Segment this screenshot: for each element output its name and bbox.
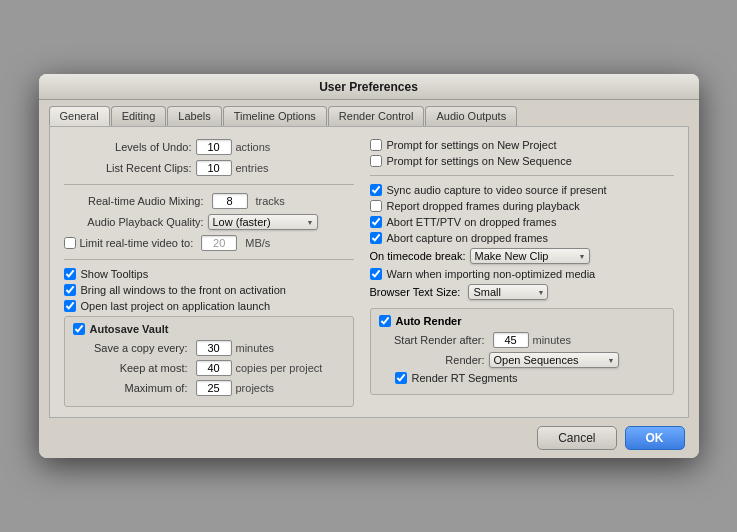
- tab-editing[interactable]: Editing: [111, 106, 167, 126]
- browser-text-row: Browser Text Size: Small Medium Large: [370, 284, 674, 300]
- browser-text-label: Browser Text Size:: [370, 286, 461, 298]
- sync-audio-label: Sync audio capture to video source if pr…: [387, 184, 607, 196]
- maximum-input[interactable]: [196, 380, 232, 396]
- prompt-new-project-checkbox[interactable]: [370, 139, 382, 151]
- audio-playback-select-wrap: Low (faster) Medium High: [208, 214, 318, 230]
- report-dropped-row: Report dropped frames during playback: [370, 200, 674, 212]
- start-render-label: Start Render after:: [379, 334, 489, 346]
- tab-render-control[interactable]: Render Control: [328, 106, 425, 126]
- autosave-checkbox[interactable]: [73, 323, 85, 335]
- render-rt-row: Render RT Segments: [395, 372, 665, 384]
- limit-realtime-input[interactable]: [201, 235, 237, 251]
- autosave-title-label: Autosave Vault: [90, 323, 169, 335]
- save-copy-row: Save a copy every: minutes: [73, 340, 345, 356]
- limit-realtime-label: Limit real-time video to:: [80, 237, 194, 249]
- render-rt-checkbox[interactable]: [395, 372, 407, 384]
- keep-at-most-label: Keep at most:: [77, 362, 192, 374]
- autosave-title-row: Autosave Vault: [73, 323, 345, 335]
- left-column: Levels of Undo: actions List Recent Clip…: [64, 139, 354, 407]
- abort-ett-row: Abort ETT/PTV on dropped frames: [370, 216, 674, 228]
- abort-capture-checkbox[interactable]: [370, 232, 382, 244]
- list-recent-clips-input[interactable]: [196, 160, 232, 176]
- realtime-audio-input[interactable]: [212, 193, 248, 209]
- window-title: User Preferences: [319, 80, 418, 94]
- show-tooltips-row: Show Tooltips: [64, 268, 354, 280]
- prompt-new-project-row: Prompt for settings on New Project: [370, 139, 674, 151]
- content-area: Levels of Undo: actions List Recent Clip…: [49, 126, 689, 418]
- abort-capture-label: Abort capture on dropped frames: [387, 232, 548, 244]
- render-select-row: Render: Open Sequences All Sequences: [379, 352, 665, 368]
- bring-windows-checkbox[interactable]: [64, 284, 76, 296]
- on-timecode-select-wrap: Make New Clip Abort Capture Warn and Con…: [470, 248, 590, 264]
- limit-realtime-unit: MB/s: [245, 237, 270, 249]
- maximum-label: Maximum of:: [77, 382, 192, 394]
- maximum-unit: projects: [236, 382, 275, 394]
- auto-render-title-label: Auto Render: [396, 315, 462, 327]
- auto-render-box: Auto Render Start Render after: minutes …: [370, 308, 674, 395]
- auto-render-checkbox[interactable]: [379, 315, 391, 327]
- prompt-new-project-label: Prompt for settings on New Project: [387, 139, 557, 151]
- warn-importing-checkbox[interactable]: [370, 268, 382, 280]
- audio-playback-label: Audio Playback Quality:: [64, 216, 204, 228]
- cancel-button[interactable]: Cancel: [537, 426, 616, 450]
- keep-at-most-input[interactable]: [196, 360, 232, 376]
- tab-labels[interactable]: Labels: [167, 106, 221, 126]
- prompt-new-sequence-checkbox[interactable]: [370, 155, 382, 167]
- save-copy-unit: minutes: [236, 342, 275, 354]
- keep-at-most-row: Keep at most: copies per project: [73, 360, 345, 376]
- preferences-window: User Preferences General Editing Labels …: [39, 74, 699, 458]
- bring-windows-row: Bring all windows to the front on activa…: [64, 284, 354, 296]
- warn-importing-label: Warn when importing non-optimized media: [387, 268, 596, 280]
- warn-importing-row: Warn when importing non-optimized media: [370, 268, 674, 280]
- render-rt-label: Render RT Segments: [412, 372, 518, 384]
- browser-text-select-wrap: Small Medium Large: [468, 284, 548, 300]
- limit-realtime-row: Limit real-time video to: MB/s: [64, 235, 354, 251]
- on-timecode-label: On timecode break:: [370, 250, 466, 262]
- realtime-audio-unit: tracks: [256, 195, 285, 207]
- audio-playback-select[interactable]: Low (faster) Medium High: [208, 214, 318, 230]
- sync-audio-checkbox[interactable]: [370, 184, 382, 196]
- open-last-project-row: Open last project on application launch: [64, 300, 354, 312]
- save-copy-label: Save a copy every:: [77, 342, 192, 354]
- list-recent-clips-row: List Recent Clips: entries: [64, 160, 354, 176]
- bring-windows-label: Bring all windows to the front on activa…: [81, 284, 286, 296]
- maximum-row: Maximum of: projects: [73, 380, 345, 396]
- ok-button[interactable]: OK: [625, 426, 685, 450]
- save-copy-input[interactable]: [196, 340, 232, 356]
- on-timecode-row: On timecode break: Make New Clip Abort C…: [370, 248, 674, 264]
- limit-realtime-checkbox[interactable]: [64, 237, 76, 249]
- realtime-audio-label: Real-time Audio Mixing:: [64, 195, 204, 207]
- start-render-unit: minutes: [533, 334, 572, 346]
- right-column: Prompt for settings on New Project Promp…: [370, 139, 674, 407]
- levels-of-undo-input[interactable]: [196, 139, 232, 155]
- start-render-row: Start Render after: minutes: [379, 332, 665, 348]
- show-tooltips-checkbox[interactable]: [64, 268, 76, 280]
- footer: Cancel OK: [39, 418, 699, 458]
- start-render-input[interactable]: [493, 332, 529, 348]
- list-recent-clips-label: List Recent Clips:: [64, 162, 192, 174]
- prompt-new-sequence-label: Prompt for settings on New Sequence: [387, 155, 572, 167]
- levels-of-undo-unit: actions: [236, 141, 271, 153]
- autosave-box: Autosave Vault Save a copy every: minute…: [64, 316, 354, 407]
- abort-ett-checkbox[interactable]: [370, 216, 382, 228]
- on-timecode-select[interactable]: Make New Clip Abort Capture Warn and Con…: [470, 248, 590, 264]
- auto-render-title-row: Auto Render: [379, 315, 665, 327]
- tab-general[interactable]: General: [49, 106, 110, 126]
- list-recent-clips-unit: entries: [236, 162, 269, 174]
- tab-timeline-options[interactable]: Timeline Options: [223, 106, 327, 126]
- audio-playback-row: Audio Playback Quality: Low (faster) Med…: [64, 214, 354, 230]
- levels-of-undo-label: Levels of Undo:: [64, 141, 192, 153]
- realtime-audio-row: Real-time Audio Mixing: tracks: [64, 193, 354, 209]
- abort-ett-label: Abort ETT/PTV on dropped frames: [387, 216, 557, 228]
- browser-text-select[interactable]: Small Medium Large: [468, 284, 548, 300]
- abort-capture-row: Abort capture on dropped frames: [370, 232, 674, 244]
- levels-of-undo-row: Levels of Undo: actions: [64, 139, 354, 155]
- sync-audio-row: Sync audio capture to video source if pr…: [370, 184, 674, 196]
- report-dropped-checkbox[interactable]: [370, 200, 382, 212]
- open-last-project-checkbox[interactable]: [64, 300, 76, 312]
- keep-at-most-unit: copies per project: [236, 362, 323, 374]
- render-select[interactable]: Open Sequences All Sequences: [489, 352, 619, 368]
- tab-audio-outputs[interactable]: Audio Outputs: [425, 106, 517, 126]
- tabs-row: General Editing Labels Timeline Options …: [39, 100, 699, 126]
- prompt-new-sequence-row: Prompt for settings on New Sequence: [370, 155, 674, 167]
